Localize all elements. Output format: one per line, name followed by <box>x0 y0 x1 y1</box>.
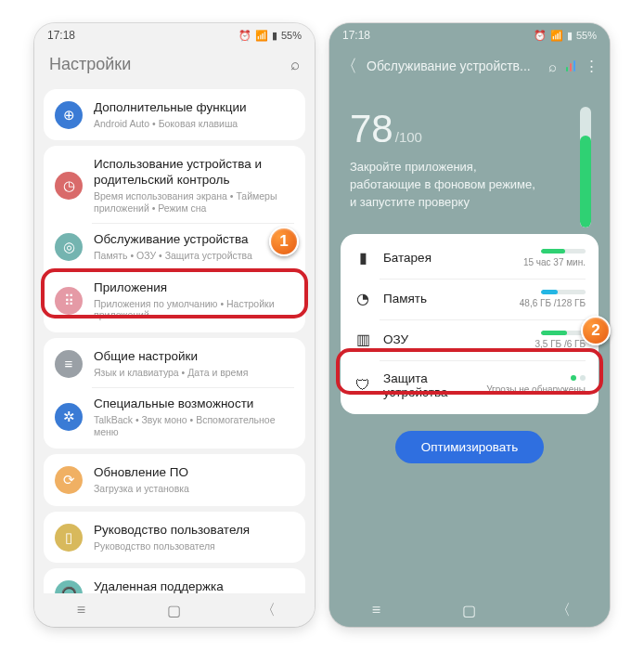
row-label: ОЗУ <box>383 332 523 346</box>
settings-row[interactable]: ◷Использование устройства и родительский… <box>44 148 305 223</box>
score-section: 78/100 Закройте приложения, работающие в… <box>329 83 610 228</box>
nav-back-icon[interactable]: 〈 <box>555 602 572 618</box>
row-subtitle: Память • ОЗУ • Защита устройства <box>94 250 294 262</box>
device-care-row-security[interactable]: 🛡Защита устройстваУгрозы не обнаружены <box>341 360 599 410</box>
row-title: Обслуживание устройства <box>94 232 294 248</box>
optimize-button[interactable]: Оптимизировать <box>395 431 545 463</box>
row-meta: 15 час 37 мин. <box>523 249 586 267</box>
row-text: ПриложенияПриложения по умолчанию • Наст… <box>94 280 294 321</box>
settings-header: Настройки ⌕ <box>34 47 315 84</box>
search-icon[interactable]: ⌕ <box>290 56 300 74</box>
nav-back-icon[interactable]: 〈 <box>260 602 277 618</box>
row-icon: ⊕ <box>55 101 83 129</box>
row-text: Общие настройкиЯзык и клавиатура • Дата … <box>94 349 294 378</box>
row-title: Руководство пользователя <box>94 523 294 539</box>
status-bar: 17:18 ⏰ 📶 ▮ 55% <box>34 23 315 47</box>
row-meta: 48,6 ГБ /128 ГБ <box>520 290 586 308</box>
alarm-icon: ⏰ <box>238 30 251 42</box>
storage-icon: ◔ <box>354 290 372 308</box>
wifi-icon: 📶 <box>550 30 563 42</box>
row-title: Дополнительные функции <box>94 100 294 116</box>
row-subtitle: Руководство пользователя <box>94 540 294 552</box>
signal-icon: ▮ <box>567 30 573 42</box>
row-value: 48,6 ГБ /128 ГБ <box>520 298 586 308</box>
signal-icon: ▮ <box>272 30 277 42</box>
android-navbar: ≡ ▢ 〈 <box>329 593 610 627</box>
row-title: Обновление ПО <box>94 465 294 481</box>
row-subtitle: Приложения по умолчанию • Настройки прил… <box>94 298 294 321</box>
settings-row[interactable]: ▯Руководство пользователяРуководство пол… <box>44 514 305 561</box>
row-icon: ◎ <box>55 233 83 261</box>
settings-row[interactable]: ✲Специальные возможностиTalkBack • Звук … <box>44 387 305 447</box>
score-value: 78/100 <box>350 107 589 151</box>
status-bar: 17:18 ⏰ 📶 ▮ 55% <box>329 23 610 47</box>
settings-group: ◷Использование устройства и родительский… <box>44 146 305 332</box>
row-value: 3,5 ГБ /6 ГБ <box>535 339 586 349</box>
settings-group: ≡Общие настройкиЯзык и клавиатура • Дата… <box>44 338 305 449</box>
row-text: Использование устройства и родительский … <box>94 157 294 214</box>
row-title: Использование устройства и родительский … <box>94 157 294 188</box>
status-dots <box>571 375 586 381</box>
device-care-header: 〈 Обслуживание устройств... ⌕ ⋮ <box>329 47 610 83</box>
row-text: Руководство пользователяРуководство поль… <box>94 523 294 552</box>
row-meta: Угрозы не обнаружены <box>486 375 586 395</box>
row-subtitle: Загрузка и установка <box>94 483 294 495</box>
phone-settings: 17:18 ⏰ 📶 ▮ 55% Настройки ⌕ ⊕Дополнитель… <box>34 23 315 627</box>
nav-recents-icon[interactable]: ≡ <box>367 602 384 618</box>
settings-group: ⟳Обновление ПОЗагрузка и установка <box>44 454 305 505</box>
battery-icon: ▮ <box>354 249 372 267</box>
row-subtitle: Время использования экрана • Таймеры при… <box>94 190 294 214</box>
status-time: 17:18 <box>47 29 238 42</box>
mini-gauge <box>541 331 586 335</box>
back-icon[interactable]: 〈 <box>341 55 357 77</box>
device-care-row-storage[interactable]: ◔Память48,6 ГБ /128 ГБ <box>341 279 599 319</box>
security-icon: 🛡 <box>354 376 372 395</box>
page-title: Обслуживание устройств... <box>367 58 539 73</box>
settings-row[interactable]: ≡Общие настройкиЯзык и клавиатура • Дата… <box>44 340 305 387</box>
battery-label: 55% <box>281 30 302 41</box>
settings-row[interactable]: ⊕Дополнительные функцииAndroid Auto • Бо… <box>44 91 305 138</box>
row-label: Память <box>383 292 509 306</box>
settings-row[interactable]: ◎Обслуживание устройстваПамять • ОЗУ • З… <box>44 223 305 270</box>
search-icon[interactable]: ⌕ <box>548 58 557 74</box>
settings-row[interactable]: ⠿ПриложенияПриложения по умолчанию • Нас… <box>44 271 305 331</box>
row-title: Специальные возможности <box>94 396 294 412</box>
row-text: Обновление ПОЗагрузка и установка <box>94 465 294 494</box>
more-icon[interactable]: ⋮ <box>585 58 599 74</box>
row-text: Обслуживание устройстваПамять • ОЗУ • За… <box>94 232 294 261</box>
row-label: Защита устройства <box>383 371 475 399</box>
row-meta: 3,5 ГБ /6 ГБ <box>535 331 586 349</box>
row-text: Специальные возможностиTalkBack • Звук м… <box>94 396 294 437</box>
status-time: 17:18 <box>342 29 534 42</box>
row-value: 15 час 37 мин. <box>523 257 586 267</box>
alarm-icon: ⏰ <box>534 30 547 42</box>
mini-gauge <box>541 249 586 254</box>
phone-device-care: 17:18 ⏰ 📶 ▮ 55% 〈 Обслуживание устройств… <box>329 23 610 627</box>
battery-label: 55% <box>576 30 597 41</box>
device-care-row-ram[interactable]: ▥ОЗУ3,5 ГБ /6 ГБ <box>341 319 599 360</box>
device-care-list: ▮Батарея15 час 37 мин.◔Память48,6 ГБ /12… <box>341 234 599 414</box>
device-care-row-battery[interactable]: ▮Батарея15 час 37 мин. <box>341 238 599 279</box>
chart-icon[interactable] <box>566 58 576 74</box>
ram-icon: ▥ <box>354 331 372 349</box>
settings-list[interactable]: ⊕Дополнительные функцииAndroid Auto • Бо… <box>34 84 315 624</box>
row-icon: ▯ <box>55 524 83 552</box>
row-icon: ⟳ <box>55 466 83 494</box>
nav-recents-icon[interactable]: ≡ <box>72 602 89 618</box>
row-subtitle: TalkBack • Звук моно • Вспомогательное м… <box>94 414 294 437</box>
settings-group: ▯Руководство пользователяРуководство пол… <box>44 512 305 563</box>
row-text: Дополнительные функцииAndroid Auto • Бок… <box>94 100 294 129</box>
android-navbar: ≡ ▢ 〈 <box>34 593 315 627</box>
nav-home-icon[interactable]: ▢ <box>461 602 478 618</box>
nav-home-icon[interactable]: ▢ <box>166 602 183 618</box>
row-title: Общие настройки <box>94 349 294 365</box>
row-title: Приложения <box>94 280 294 296</box>
row-subtitle: Android Auto • Боковая клавиша <box>94 118 294 130</box>
row-value: Угрозы не обнаружены <box>486 384 586 395</box>
score-message: Закройте приложения, работающие в фоново… <box>350 159 535 212</box>
settings-row[interactable]: ⟳Обновление ПОЗагрузка и установка <box>44 456 305 503</box>
score-gauge <box>580 107 591 228</box>
row-icon: ✲ <box>55 403 83 431</box>
row-icon: ⠿ <box>55 287 83 315</box>
wifi-icon: 📶 <box>255 30 268 42</box>
